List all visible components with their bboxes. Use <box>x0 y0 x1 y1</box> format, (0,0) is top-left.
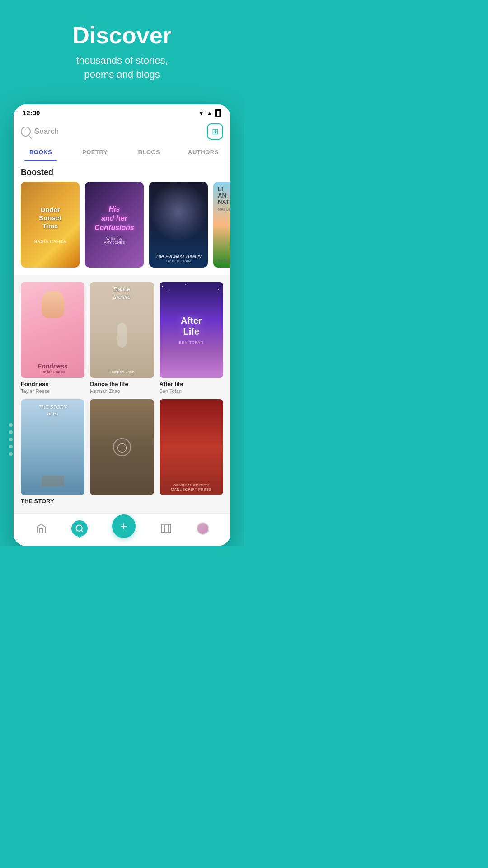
search-nav-icon <box>71 520 88 537</box>
necklace-icon: ◯ <box>113 438 131 456</box>
book-card-red[interactable]: ORIGINAL EDITIONMANUSCRIPT PRESS <box>160 399 223 506</box>
phone-mockup: 12:30 ▼ ▲ ▮ Search ⊞ BOOKS POETRY BLOGS … <box>14 104 230 546</box>
hero-subtitle: thousands of stories,poems and blogs <box>14 54 230 82</box>
nav-add[interactable]: + <box>112 519 136 538</box>
bottom-nav: + <box>14 513 230 546</box>
book-card-story[interactable]: THE STORYof us THE STORY <box>21 399 84 506</box>
svg-line-1 <box>81 530 83 532</box>
afterlife-title: After life <box>160 381 223 388</box>
book-title-confusions: Hisand herConfusions <box>94 205 134 233</box>
story-title: THE STORY <box>21 498 84 505</box>
book-card-flawless[interactable]: The Flawless Beauty BY NEIL TRAN <box>149 182 208 268</box>
svg-rect-3 <box>165 524 168 533</box>
red-book-label: ORIGINAL EDITIONMANUSCRIPT PRESS <box>171 483 211 491</box>
book-card-nature[interactable]: LIANNATNATURE BIO BY DAHIE <box>213 182 230 268</box>
fondness-cover-title: Fondness <box>38 363 68 370</box>
book-author-nature: BY DAHIE <box>218 259 230 263</box>
hero-section: Discover thousands of stories,poems and … <box>0 0 244 95</box>
tab-blogs[interactable]: BLOGS <box>122 143 176 161</box>
svg-point-0 <box>76 525 82 531</box>
book-card-fondness[interactable]: Fondness Tayler Reese Fondness Tayler Re… <box>21 282 84 394</box>
book-title-sunset: UnderSunsetTime <box>39 206 61 230</box>
books-grid-section: Fondness Tayler Reese Fondness Tayler Re… <box>14 275 230 513</box>
afterlife-author: Ben Tofan <box>160 388 223 394</box>
book-card-confusions[interactable]: Hisand herConfusions Written byAMY JONES <box>85 182 144 268</box>
book-author-sunset: NADIA HAMZA <box>34 239 66 244</box>
search-icon <box>21 127 31 137</box>
add-icon: + <box>112 514 136 538</box>
dance-author: Hannah Zhao <box>90 388 154 394</box>
signal-icon: ▲ <box>206 109 213 117</box>
book-author-flawless: BY NEIL TRAN <box>166 259 191 263</box>
book-title-nature: LIANNATNATURE BIO <box>218 186 230 212</box>
book-author-confusions: Written byAMY JONES <box>104 236 125 245</box>
fondness-title: Fondness <box>21 381 84 388</box>
search-text: Search <box>34 127 59 136</box>
boosted-label: Boosted <box>14 161 230 182</box>
book-card-sunset[interactable]: UnderSunsetTime NADIA HAMZA <box>21 182 80 268</box>
tabs-bar: BOOKS POETRY BLOGS AUTHORS <box>14 143 230 161</box>
tab-poetry[interactable]: POETRY <box>68 143 122 161</box>
library-icon <box>160 522 173 535</box>
fondness-cover-author: Tayler Reese <box>41 370 65 374</box>
wifi-icon: ▼ <box>198 109 204 117</box>
afterlife-cover-author: BEN TOFAN <box>179 340 203 344</box>
svg-rect-2 <box>162 524 165 533</box>
nav-search[interactable] <box>71 520 88 537</box>
book-title-flawless: The Flawless Beauty <box>155 254 202 259</box>
tab-books[interactable]: BOOKS <box>14 143 68 161</box>
boosted-books-row[interactable]: UnderSunsetTime NADIA HAMZA Hisand herCo… <box>14 182 230 275</box>
filter-button[interactable]: ⊞ <box>207 123 223 140</box>
fondness-author: Tayler Reese <box>21 388 84 394</box>
nav-library[interactable] <box>160 522 173 535</box>
status-icons: ▼ ▲ ▮ <box>198 109 221 117</box>
status-time: 12:30 <box>23 109 40 117</box>
story-cover-title: THE STORYof us <box>38 404 66 417</box>
nav-home[interactable] <box>35 522 47 535</box>
avatar-icon <box>197 522 209 535</box>
book-card-necklace[interactable]: ◯ <box>90 399 154 506</box>
dance-title: Dance the life <box>90 381 154 388</box>
hero-title: Discover <box>14 23 230 48</box>
filter-icon: ⊞ <box>212 127 219 137</box>
tab-authors[interactable]: AUTHORS <box>176 143 230 161</box>
svg-rect-4 <box>168 524 171 533</box>
battery-icon: ▮ <box>215 109 221 117</box>
dance-cover-author: Hannah Zhao <box>110 370 135 374</box>
book-card-afterlife[interactable]: AfterLife BEN TOFAN After life Ben Tofan <box>160 282 223 394</box>
dance-cover-title: Dancethe life <box>113 286 131 301</box>
nav-profile[interactable] <box>197 522 209 535</box>
afterlife-cover-title: AfterLife <box>181 315 202 337</box>
home-icon <box>35 522 47 535</box>
book-card-dance[interactable]: Dancethe life Hannah Zhao Dance the life… <box>90 282 154 394</box>
books-grid: Fondness Tayler Reese Fondness Tayler Re… <box>21 282 223 506</box>
